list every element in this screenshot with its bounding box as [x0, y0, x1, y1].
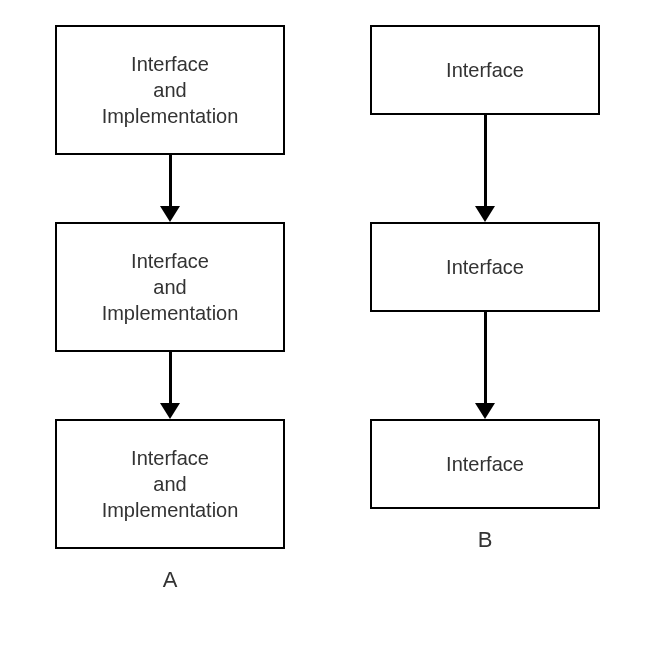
box-a-1: Interface and Implementation: [55, 25, 285, 155]
box-a-2-line1: Interface: [131, 248, 209, 274]
arrow-shaft-icon: [169, 155, 172, 207]
box-b-2: Interface: [370, 222, 600, 312]
arrow-b-2: [475, 312, 495, 419]
box-b-1: Interface: [370, 25, 600, 115]
arrow-a-1: [160, 155, 180, 222]
box-b-2-line1: Interface: [446, 254, 524, 280]
box-a-3-line2: and: [153, 471, 186, 497]
box-b-3: Interface: [370, 419, 600, 509]
arrow-shaft-icon: [484, 115, 487, 207]
box-a-2-line2: and: [153, 274, 186, 300]
arrow-b-1: [475, 115, 495, 222]
arrow-down-icon: [160, 403, 180, 419]
arrow-shaft-icon: [169, 352, 172, 404]
column-a-label: A: [163, 567, 178, 593]
box-b-1-line1: Interface: [446, 57, 524, 83]
arrow-a-2: [160, 352, 180, 419]
arrow-down-icon: [160, 206, 180, 222]
arrow-down-icon: [475, 206, 495, 222]
column-b-label: B: [478, 527, 493, 553]
box-a-1-line2: and: [153, 77, 186, 103]
column-b: Interface Interface Interface B: [370, 25, 600, 553]
box-a-1-line1: Interface: [131, 51, 209, 77]
arrow-down-icon: [475, 403, 495, 419]
box-a-2-line3: Implementation: [102, 300, 239, 326]
box-a-2: Interface and Implementation: [55, 222, 285, 352]
column-a: Interface and Implementation Interface a…: [55, 25, 285, 593]
box-b-3-line1: Interface: [446, 451, 524, 477]
diagram-canvas: Interface and Implementation Interface a…: [0, 0, 654, 646]
box-a-3: Interface and Implementation: [55, 419, 285, 549]
arrow-shaft-icon: [484, 312, 487, 404]
box-a-3-line3: Implementation: [102, 497, 239, 523]
box-a-1-line3: Implementation: [102, 103, 239, 129]
box-a-3-line1: Interface: [131, 445, 209, 471]
